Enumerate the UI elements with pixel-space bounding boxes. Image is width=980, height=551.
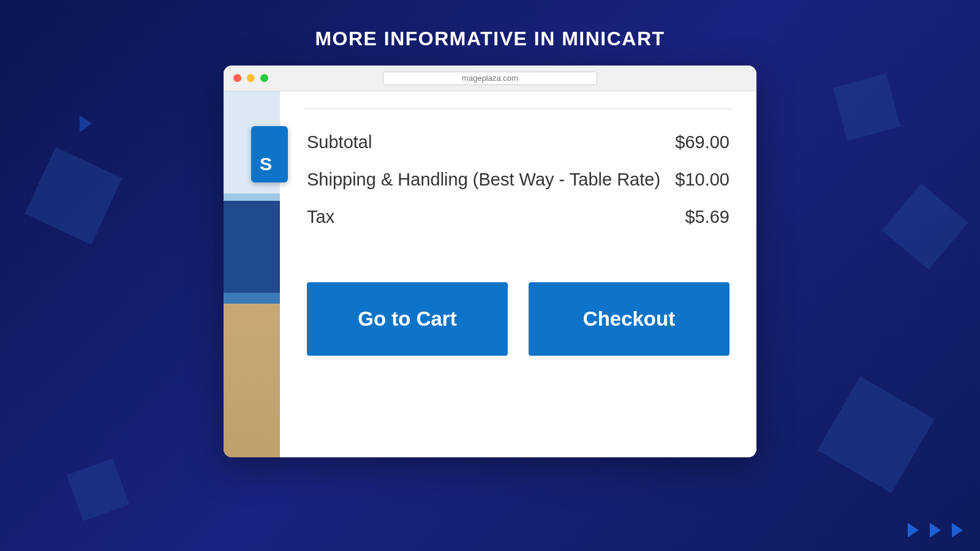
minicart-panel: Subtotal $69.00 Shipping & Handling (Bes… xyxy=(280,91,756,457)
play-right-icon[interactable] xyxy=(908,523,919,538)
chevron-right-icon xyxy=(80,115,92,132)
bg-cube-decor xyxy=(67,459,130,522)
divider xyxy=(304,108,732,109)
page-left-sliver: S xyxy=(224,91,280,457)
checkout-button[interactable]: Checkout xyxy=(529,282,729,356)
close-window-icon[interactable] xyxy=(233,74,241,82)
shipping-line: Shipping & Handling (Best Way - Table Ra… xyxy=(304,170,732,190)
browser-window: mageplaza.com S Subtotal $69.00 Shipping… xyxy=(224,66,756,457)
bg-cube-decor xyxy=(833,73,900,141)
minimize-window-icon[interactable] xyxy=(247,74,255,82)
slide-heading: MORE INFORMATIVE IN MINICART xyxy=(0,0,980,50)
url-bar[interactable]: mageplaza.com xyxy=(383,72,597,85)
partial-button[interactable]: S xyxy=(251,126,288,182)
subtotal-label: Subtotal xyxy=(307,132,372,152)
browser-chrome: mageplaza.com xyxy=(224,66,756,91)
nav-arrows xyxy=(908,523,963,538)
subtotal-line: Subtotal $69.00 xyxy=(304,132,732,152)
maximize-window-icon[interactable] xyxy=(260,74,268,82)
play-right-icon[interactable] xyxy=(930,523,941,538)
go-to-cart-button[interactable]: Go to Cart xyxy=(307,282,508,356)
url-text: mageplaza.com xyxy=(462,73,518,83)
tax-line: Tax $5.69 xyxy=(304,207,732,227)
play-right-icon[interactable] xyxy=(952,523,963,538)
subtotal-value: $69.00 xyxy=(675,132,729,152)
browser-body: S Subtotal $69.00 Shipping & Handling (B… xyxy=(224,91,756,457)
shipping-label: Shipping & Handling (Best Way - Table Ra… xyxy=(307,170,660,190)
bg-cube-decor xyxy=(24,147,122,244)
tax-value: $5.69 xyxy=(685,207,729,227)
tax-label: Tax xyxy=(307,207,334,227)
bg-cube-decor xyxy=(817,376,934,493)
shipping-value: $10.00 xyxy=(675,170,729,190)
bg-cube-decor xyxy=(882,184,968,270)
minicart-actions: Go to Cart Checkout xyxy=(304,282,732,356)
traffic-lights xyxy=(233,74,268,82)
